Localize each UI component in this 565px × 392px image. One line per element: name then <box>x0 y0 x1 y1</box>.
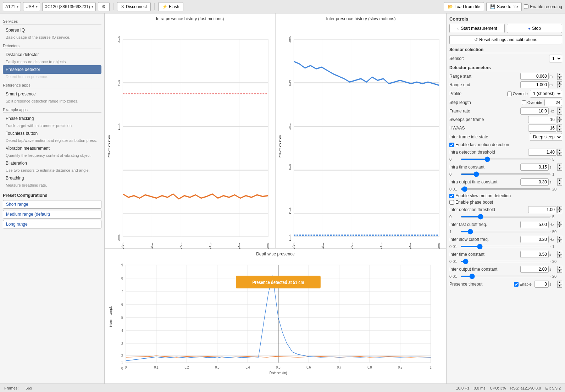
intra-thresh-slider[interactable] <box>461 159 551 160</box>
range-end-input[interactable] <box>520 81 549 88</box>
inter-time-input[interactable] <box>520 251 549 258</box>
inter-time-slider[interactable] <box>461 261 551 262</box>
range-end-unit: m <box>549 83 556 87</box>
svg-text:0.3: 0.3 <box>215 365 220 369</box>
intra-thresh-up[interactable]: ▲ <box>557 149 562 152</box>
inter-output-up[interactable]: ▲ <box>557 266 562 269</box>
presence-timeout-enable-checkbox[interactable] <box>514 282 519 287</box>
hwaas-down[interactable]: ▼ <box>557 128 562 132</box>
inter-slow-cutoff-slider[interactable] <box>461 246 551 247</box>
inter-fast-cutoff-min: 1 <box>449 230 459 234</box>
range-end-down[interactable]: ▼ <box>557 85 562 88</box>
preset-short-range-button[interactable]: Short range <box>3 200 101 209</box>
svg-text:Norm. ampl.: Norm. ampl. <box>109 306 112 327</box>
sidebar-item-touchless-button[interactable]: Touchless button <box>3 129 101 138</box>
settings-button[interactable]: ⚙ <box>98 2 110 11</box>
sidebar-item-desc: Detect human presence. <box>3 74 101 80</box>
intra-time-down[interactable]: ▼ <box>557 167 562 171</box>
sweeps-down[interactable]: ▼ <box>557 120 562 123</box>
step-length-input[interactable] <box>544 99 562 106</box>
intra-time-slider[interactable] <box>461 173 551 175</box>
profile-select[interactable]: 1 (shortest) <box>530 90 562 98</box>
reset-settings-button[interactable]: ↺ Reset settings and calibrations <box>449 35 562 44</box>
intra-output-label: Intra output time constant <box>449 180 520 184</box>
inter-fast-cutoff-slider[interactable] <box>461 231 551 232</box>
frame-rate-down[interactable]: ▼ <box>557 111 562 115</box>
sweeps-up[interactable]: ▲ <box>557 116 562 120</box>
enable-phase-checkbox[interactable] <box>449 200 454 205</box>
inter-thresh-slider[interactable] <box>461 216 551 217</box>
inter-time-down[interactable]: ▼ <box>557 254 562 258</box>
device-model-select[interactable]: A121 ▾ <box>3 2 21 11</box>
sidebar-item-presence-detector[interactable]: Presence detector <box>3 65 101 74</box>
sensor-select[interactable]: 1 <box>549 55 562 62</box>
inter-thresh-down[interactable]: ▼ <box>557 210 562 213</box>
sidebar-item-smart-presence[interactable]: Smart presence <box>3 90 101 98</box>
intra-time-input[interactable] <box>520 164 549 171</box>
hwaas-input[interactable] <box>528 125 556 132</box>
idle-state-select[interactable]: Deep sleep <box>530 133 562 141</box>
presence-timeout-down[interactable]: ▼ <box>557 284 562 288</box>
stop-button[interactable]: ● Stop <box>507 24 562 33</box>
device-id-select[interactable]: XC120 (386135693231) ▾ <box>42 2 96 11</box>
range-start-input[interactable] <box>520 73 549 80</box>
inter-slow-cutoff-down[interactable]: ▼ <box>557 239 562 243</box>
inter-output-down[interactable]: ▼ <box>557 269 562 273</box>
sidebar-item-breathing[interactable]: Breathing <box>3 174 101 182</box>
inter-fast-cutoff-down[interactable]: ▼ <box>557 225 562 228</box>
inter-time-row: Inter time constant s ▲ ▼ <box>449 251 562 258</box>
intra-output-slider[interactable] <box>461 188 551 190</box>
preset-medium-range-button[interactable]: Medium range (default) <box>3 210 101 219</box>
range-end-up[interactable]: ▲ <box>557 81 562 85</box>
inter-slow-cutoff-up[interactable]: ▲ <box>557 236 562 239</box>
profile-override-check: Override <box>507 92 528 96</box>
intra-time-up[interactable]: ▲ <box>557 164 562 167</box>
disconnect-button[interactable]: ✕ Disconnect <box>117 2 151 11</box>
intra-thresh-input[interactable] <box>528 149 556 156</box>
inter-output-input[interactable] <box>520 266 549 273</box>
intra-time-value: s ▲ ▼ <box>520 164 562 171</box>
presence-timeout-up[interactable]: ▲ <box>557 281 562 284</box>
inter-slow-cutoff-input[interactable] <box>520 236 549 243</box>
frame-rate-input[interactable] <box>520 107 549 115</box>
frame-rate-up[interactable]: ▲ <box>557 107 562 111</box>
inter-time-min: 0.01 <box>449 259 459 264</box>
step-length-override-checkbox[interactable] <box>522 100 526 105</box>
enable-fast-checkbox[interactable] <box>449 143 454 147</box>
sidebar-item-vibration-measurement[interactable]: Vibration measurement <box>3 144 101 153</box>
svg-text:2: 2 <box>118 78 120 88</box>
presence-timeout-input[interactable] <box>534 281 549 288</box>
inter-fast-cutoff-up[interactable]: ▲ <box>557 221 562 225</box>
inter-output-slider[interactable] <box>461 276 551 277</box>
flash-button[interactable]: ⚡ Flash <box>158 2 183 11</box>
inter-fast-cutoff-input[interactable] <box>520 221 549 228</box>
range-start-down[interactable]: ▼ <box>557 76 562 80</box>
inter-thresh-input[interactable] <box>528 206 556 213</box>
sidebar-item-bilateration[interactable]: Bilateration <box>3 159 101 167</box>
intra-thresh-down[interactable]: ▼ <box>557 152 562 156</box>
intra-output-up[interactable]: ▲ <box>557 178 562 182</box>
sweeps-input[interactable] <box>528 116 556 123</box>
hwaas-up[interactable]: ▲ <box>557 125 562 128</box>
sidebar-item-distance-detector[interactable]: Distance detector <box>3 50 101 59</box>
start-measurement-button[interactable]: ○ Start measurement <box>449 24 505 33</box>
interface-select[interactable]: USB ▾ <box>23 2 40 11</box>
enable-slow-checkbox[interactable] <box>449 194 454 198</box>
load-icon: 📂 <box>448 4 453 9</box>
sidebar-item-sparse-iq[interactable]: Sparse IQ <box>3 26 101 34</box>
inter-time-up[interactable]: ▲ <box>557 251 562 254</box>
svg-text:0.2: 0.2 <box>185 365 189 369</box>
preset-long-range-button[interactable]: Long range <box>3 220 101 228</box>
range-start-up[interactable]: ▲ <box>557 73 562 76</box>
intra-time-slider-range: 0 1 <box>449 172 562 176</box>
enable-recording-checkbox[interactable] <box>524 4 528 9</box>
inter-thresh-up[interactable]: ▲ <box>557 206 562 210</box>
range-start-unit: m <box>549 74 556 78</box>
intra-output-down[interactable]: ▼ <box>557 182 562 186</box>
sidebar-item-label: Phase tracking <box>6 116 34 121</box>
save-to-file-button[interactable]: 💾 Save to file <box>486 2 522 11</box>
profile-override-checkbox[interactable] <box>507 92 512 96</box>
sidebar-item-phase-tracking[interactable]: Phase tracking <box>3 114 101 123</box>
intra-output-input[interactable] <box>520 178 549 186</box>
load-from-file-button[interactable]: 📂 Load from file <box>444 2 484 11</box>
